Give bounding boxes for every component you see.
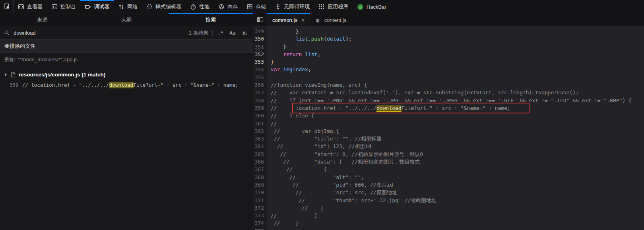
line-number[interactable]: 351	[253, 43, 268, 51]
toolbar-tab-debugger[interactable]: 调试器	[80, 0, 114, 13]
toolbar-tab-performance[interactable]: 性能	[186, 0, 214, 13]
result-file-row[interactable]: ▼ resources/js/common.js (1 match)	[0, 69, 253, 80]
code-line-content[interactable]: var imgIndex;	[268, 66, 644, 73]
line-number[interactable]: 352	[253, 51, 268, 58]
extension-icon	[315, 17, 321, 23]
code-line-content[interactable]: // "thumb": src+'.32.jpg' //缩略图地址	[268, 197, 644, 204]
left-tab-search[interactable]: 搜索	[169, 13, 253, 26]
code-line-content[interactable]: // var extStart = src.lastIndexOf('.'), …	[268, 89, 644, 96]
code-line-content[interactable]: // }	[268, 204, 644, 212]
code-line-content[interactable]: list.push(detail);	[268, 35, 644, 43]
line-number[interactable]: 359	[253, 104, 268, 112]
code-line-content[interactable]: // "alt": "",	[268, 173, 644, 181]
code-token: // }	[271, 205, 324, 211]
toolbar-tab-hackbar[interactable]: HackBar	[353, 0, 391, 13]
code-line: 368 // "alt": "",	[253, 173, 644, 181]
line-number[interactable]: 366	[253, 158, 268, 166]
code-line-content[interactable]: // "src": src, //原图地址	[268, 189, 644, 196]
code-line-content[interactable]	[268, 74, 644, 81]
line-number[interactable]: 361	[253, 120, 268, 127]
toolbar-tab-memory[interactable]: 内存	[214, 0, 242, 13]
code-line-content[interactable]: // "pid": 666, //图片id	[268, 181, 644, 189]
code-line-content[interactable]: // if (ext !== '.PNG' && ext !== '.JPG' …	[268, 97, 644, 104]
code-line-content[interactable]: }	[268, 43, 644, 51]
code-line-content[interactable]: // "title": "", //相册标题	[268, 135, 644, 142]
line-number[interactable]: 369	[253, 181, 268, 189]
line-number[interactable]: 355	[253, 74, 268, 81]
line-number[interactable]: 372	[253, 204, 268, 212]
code-line-content[interactable]: }	[268, 27, 644, 35]
whole-word-toggle-button[interactable]	[241, 30, 249, 36]
line-number[interactable]: 362	[253, 127, 268, 135]
code-line: 357// var extStart = src.lastIndexOf('.'…	[253, 89, 644, 96]
line-number[interactable]: 353	[253, 58, 268, 66]
toolbar-tab-storage[interactable]: 存储	[242, 0, 270, 13]
chevron-down-icon: ▼	[4, 72, 8, 77]
line-number[interactable]: 357	[253, 89, 268, 96]
line-number[interactable]: 363	[253, 135, 268, 142]
search-input[interactable]	[14, 30, 185, 36]
toolbar-tab-accessibility[interactable]: 无障碍环境	[270, 0, 314, 13]
code-line-content[interactable]: // }	[268, 219, 644, 227]
toolbar-tab-inspector[interactable]: 查看器	[14, 0, 47, 13]
line-number[interactable]: 375	[253, 227, 268, 230]
line-number[interactable]: 368	[253, 173, 268, 181]
code-line: 374 // }	[253, 219, 644, 227]
line-number[interactable]: 374	[253, 219, 268, 227]
toolbar-tab-network[interactable]: 网络	[114, 0, 142, 13]
code-line-content[interactable]: //	[268, 120, 644, 127]
result-file-label: resources/js/common.js (1 match)	[19, 72, 105, 78]
line-number[interactable]: 364	[253, 142, 268, 150]
line-number[interactable]: 373	[253, 212, 268, 219]
line-number[interactable]: 371	[253, 197, 268, 204]
code-line-content[interactable]: // } else {	[268, 112, 644, 119]
exclude-files-input[interactable]	[2, 57, 251, 62]
code-line-content[interactable]: return list;	[268, 51, 644, 58]
left-tab-sources[interactable]: 来源	[0, 13, 84, 26]
result-text-before: // location.href = "../../../	[22, 82, 109, 88]
code-line-content[interactable]: // "data": [ //相册包含的图片，数组格式	[268, 158, 644, 166]
code-token: // } else {	[271, 113, 314, 119]
whole-word-icon	[242, 30, 248, 36]
code-token: var	[271, 66, 280, 72]
code-token: }	[271, 44, 286, 50]
left-tab-outline[interactable]: 大纲	[84, 13, 169, 26]
search-result-highlight-box: location.href = "../../../downloadFile?u…	[296, 104, 510, 112]
toolbar-tab-application[interactable]: 应用程序	[314, 0, 353, 13]
result-match-row[interactable]: 359// location.href = "../../../download…	[0, 80, 253, 90]
line-number[interactable]: 350	[253, 35, 268, 43]
toolbar-tab-console[interactable]: 控制台	[47, 0, 80, 13]
code-line-content[interactable]: //function viewImg(name, src) {	[268, 81, 644, 89]
line-number[interactable]: 370	[253, 189, 268, 196]
code-line-content[interactable]: // {	[268, 166, 644, 173]
code-line-content[interactable]: }	[268, 58, 644, 66]
code-line-content[interactable]: // ]	[268, 212, 644, 219]
line-number[interactable]: 365	[253, 150, 268, 158]
code-line-content[interactable]: // location.href = "../../../downloadFil…	[268, 104, 644, 112]
line-number[interactable]: 360	[253, 112, 268, 119]
code-token: File?url=" + src + "&name=" + name;	[402, 105, 510, 111]
editor-tab-content-js[interactable]: content.js	[310, 13, 352, 26]
code-line-content[interactable]: // "start": 0, //初始显示的图片序号，默认0	[268, 150, 644, 158]
devtools-window: 查看器控制台调试器网络{}样式编辑器性能内存存储无障碍环境应用程序HackBar…	[0, 0, 644, 230]
collapse-sidebar-button[interactable]	[253, 13, 267, 26]
code-line-content[interactable]: // var objImg={	[268, 127, 644, 135]
code-line-content[interactable]	[268, 227, 644, 230]
line-number[interactable]: 356	[253, 81, 268, 89]
code-line-content[interactable]: // "id": 123, //相册id	[268, 142, 644, 150]
line-number[interactable]: 354	[253, 66, 268, 73]
code-line: 362 // var objImg={	[253, 127, 644, 135]
code-token: // "id": 123, //相册id	[271, 143, 371, 149]
regex-toggle-button[interactable]: .*	[216, 30, 225, 36]
line-number[interactable]: 367	[253, 166, 268, 173]
close-tab-icon[interactable]: ×	[301, 17, 305, 23]
console-icon	[51, 4, 58, 10]
toolbar-tab-style-editor[interactable]: {}样式编辑器	[142, 0, 186, 13]
code-line: 352 return list;	[253, 51, 644, 58]
line-number[interactable]: 358	[253, 97, 268, 104]
line-number[interactable]: 349	[253, 27, 268, 35]
code-line: 364 // "id": 123, //相册id	[253, 142, 644, 150]
element-picker-button[interactable]	[0, 0, 14, 13]
case-sensitive-toggle-button[interactable]: Aa	[228, 30, 237, 36]
editor-tab-common-js[interactable]: common.js×	[267, 13, 310, 26]
